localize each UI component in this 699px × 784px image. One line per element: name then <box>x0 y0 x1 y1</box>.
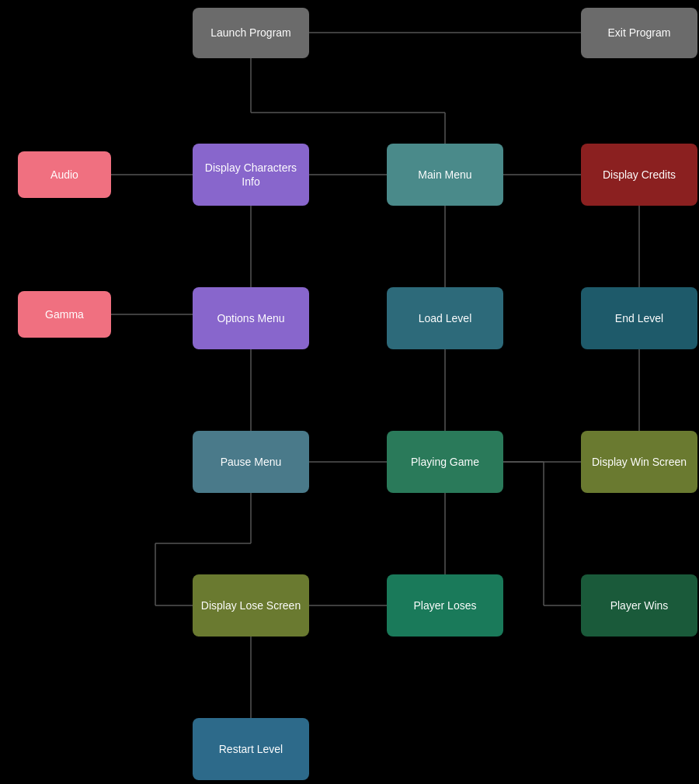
display-lose-screen-node: Display Lose Screen <box>193 574 309 637</box>
load-level-node: Load Level <box>387 287 503 349</box>
main-menu-node: Main Menu <box>387 144 503 206</box>
exit-program-node: Exit Program <box>581 8 697 58</box>
gamma-node: Gamma <box>18 291 111 338</box>
connection-lines <box>0 0 699 784</box>
display-credits-node: Display Credits <box>581 144 697 206</box>
display-win-screen-node: Display Win Screen <box>581 431 697 493</box>
player-wins-node: Player Wins <box>581 574 697 637</box>
launch-program-node: Launch Program <box>193 8 309 58</box>
options-menu-node: Options Menu <box>193 287 309 349</box>
end-level-node: End Level <box>581 287 697 349</box>
pause-menu-node: Pause Menu <box>193 431 309 493</box>
restart-level-node: Restart Level <box>193 718 309 780</box>
player-loses-node: Player Loses <box>387 574 503 637</box>
audio-node: Audio <box>18 151 111 198</box>
display-characters-info-node: Display Characters Info <box>193 144 309 206</box>
playing-game-node: Playing Game <box>387 431 503 493</box>
